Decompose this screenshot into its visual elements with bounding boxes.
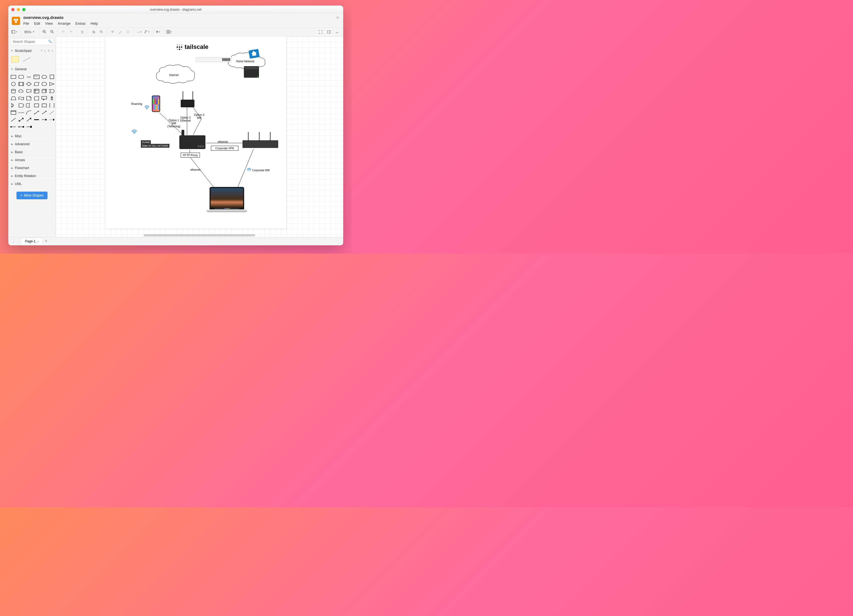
scratchpad-header[interactable]: ▼ Scratchpad ? + ✎ × (9, 47, 56, 54)
connection-icon[interactable]: →▼ (136, 29, 143, 35)
waypoint-icon[interactable]: ▼ (144, 29, 150, 35)
shape-note[interactable] (26, 95, 32, 101)
titlebar[interactable]: overview.svg.drawio - diagrams.net (9, 6, 343, 14)
shape-link5[interactable] (26, 124, 32, 130)
category-entity[interactable]: ▶Entity Relation (9, 172, 56, 180)
shape-line[interactable] (10, 117, 17, 123)
appearance-toggle-icon[interactable]: ☼ (335, 15, 340, 20)
shape-card[interactable] (33, 95, 40, 101)
glinet-router[interactable] (179, 135, 205, 149)
wifi-router[interactable] (181, 100, 194, 107)
menu-extras[interactable]: Extras (76, 21, 86, 26)
shape-or[interactable] (10, 102, 17, 109)
shape-text[interactable]: Text (26, 74, 32, 80)
shape-and[interactable] (18, 102, 24, 109)
general-header[interactable]: ▼ General (9, 65, 56, 73)
shape-biarrow2[interactable] (18, 117, 24, 123)
category-basic[interactable]: ▶Basic (9, 148, 56, 156)
shape-step[interactable] (49, 88, 55, 94)
table-icon[interactable]: ▼ (166, 29, 173, 35)
corporate-vpn-box[interactable]: Corporate VPN (211, 146, 238, 151)
shape-rect[interactable] (10, 74, 17, 80)
shadow-icon[interactable] (125, 29, 131, 35)
corporate-router[interactable] (243, 140, 278, 148)
menu-file[interactable]: File (23, 21, 29, 26)
shape-list[interactable] (10, 109, 17, 115)
minimize-icon[interactable] (17, 8, 20, 11)
home-assistant-icon[interactable] (248, 47, 260, 60)
nas-device[interactable] (244, 66, 259, 78)
shape-thickline[interactable] (33, 117, 40, 123)
shape-internal[interactable] (33, 88, 40, 94)
shape-cloud[interactable] (18, 88, 24, 94)
scratchpad-close-icon[interactable]: × (52, 49, 53, 53)
shape-dashline[interactable] (49, 109, 55, 115)
shape-textbox[interactable] (33, 74, 40, 80)
format-panel-icon[interactable] (325, 29, 332, 35)
horizontal-scrollbar[interactable] (144, 234, 255, 236)
search-input[interactable] (10, 38, 54, 45)
shape-datastore[interactable] (26, 102, 32, 109)
fullscreen-icon[interactable] (317, 29, 324, 35)
shape-square[interactable] (49, 74, 55, 80)
shape-circle[interactable] (10, 81, 17, 87)
shape-arrow2[interactable] (26, 117, 32, 123)
shape-ellipse[interactable] (41, 74, 47, 80)
collapse-icon[interactable]: ︽ (334, 29, 340, 35)
shape-rounded[interactable] (18, 74, 24, 80)
shape-trapezoid[interactable] (10, 95, 17, 101)
page-tab-1[interactable]: Page-1▴ (21, 238, 42, 245)
iphone-device[interactable] (152, 95, 160, 112)
menu-help[interactable]: Help (90, 21, 98, 26)
close-icon[interactable] (11, 8, 15, 11)
category-arrows[interactable]: ▶Arrows (9, 156, 56, 164)
insert-icon[interactable]: +▼ (155, 29, 161, 35)
to-back-icon[interactable] (98, 29, 105, 35)
shape-hexagon[interactable] (41, 81, 47, 87)
pages-menu-icon[interactable]: ⋮ (9, 239, 18, 244)
shape-cylinder[interactable] (10, 88, 17, 94)
shape-callout[interactable] (41, 95, 47, 101)
http-proxy-box[interactable]: HTTP Proxy (181, 153, 200, 157)
maximize-icon[interactable] (22, 8, 26, 11)
unifi-device[interactable] (196, 57, 232, 62)
scratchpad-add-icon[interactable]: + (44, 49, 46, 53)
shape-parallelogram[interactable] (33, 81, 40, 87)
menu-edit[interactable]: Edit (34, 21, 40, 26)
macbook-device[interactable] (206, 187, 247, 214)
shape-process[interactable] (18, 81, 24, 87)
sticky-note-shape[interactable] (11, 56, 19, 63)
scratchpad-edit-icon[interactable]: ✎ (47, 49, 50, 53)
category-flowchart[interactable]: ▶Flowchart (9, 164, 56, 172)
delete-icon[interactable]: 🗑 (79, 29, 86, 35)
shape-cube[interactable] (41, 88, 47, 94)
shape-link2[interactable] (49, 117, 55, 123)
fill-color-icon[interactable] (109, 29, 116, 35)
shape-arrow[interactable] (41, 109, 47, 115)
category-misc[interactable]: ▶Misc (9, 132, 56, 140)
redo-icon[interactable]: ↷ (68, 29, 74, 35)
shape-diamond[interactable] (26, 81, 32, 87)
shape-rect3[interactable] (41, 102, 47, 109)
shape-link1[interactable] (41, 117, 47, 123)
zoom-out-icon[interactable] (49, 29, 56, 35)
menu-arrange[interactable]: Arrange (58, 21, 70, 26)
shape-link3[interactable] (10, 124, 17, 130)
undo-icon[interactable]: ↶ (60, 29, 67, 35)
scratchpad-help-icon[interactable]: ? (41, 49, 42, 53)
shape-document[interactable] (26, 88, 32, 94)
shape-tape[interactable] (18, 95, 24, 101)
shape-actor[interactable] (49, 95, 55, 101)
canvas[interactable]: tailscale Home Network (56, 36, 343, 237)
dashed-line-shape[interactable] (23, 56, 31, 62)
shape-brackets[interactable] (49, 102, 55, 109)
shape-link4[interactable] (18, 124, 24, 130)
to-front-icon[interactable] (90, 29, 97, 35)
shape-rect2[interactable] (33, 102, 40, 109)
sidebar-toggle-icon[interactable]: ▼ (11, 29, 18, 35)
shape-biarrow[interactable] (33, 109, 40, 115)
zoom-in-icon[interactable] (41, 29, 48, 35)
more-shapes-button[interactable]: + More Shapes (17, 192, 47, 199)
line-color-icon[interactable] (117, 29, 124, 35)
zoom-select[interactable]: 95%▼ (23, 30, 36, 34)
